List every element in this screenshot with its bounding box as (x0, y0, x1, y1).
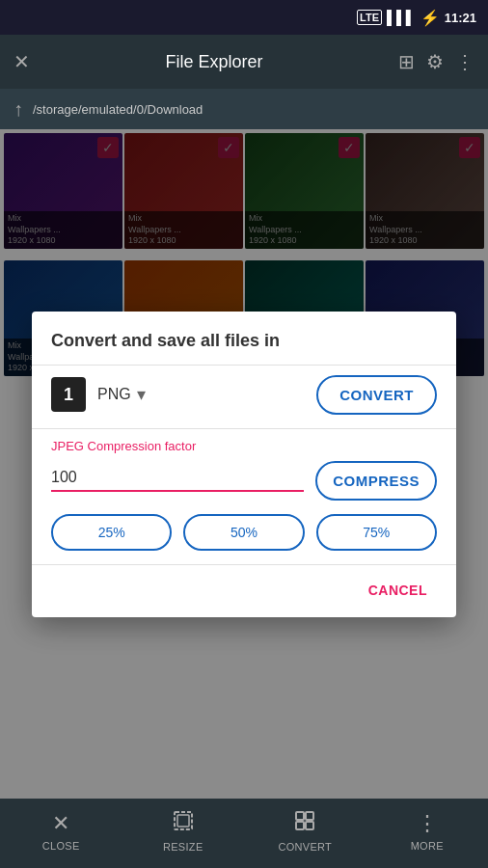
battery-icon: ⚡ (420, 9, 440, 27)
lte-icon: LTE (357, 10, 382, 25)
compression-input-wrap (51, 469, 304, 492)
status-bar: LTE ▌▌▌ ⚡ 11:21 (0, 0, 488, 35)
nav-item-convert[interactable]: CONVERT (271, 810, 339, 853)
more-options-button[interactable]: ⋮ (455, 50, 474, 73)
status-icons: LTE ▌▌▌ ⚡ 11:21 (357, 9, 476, 27)
dialog-overlay: Convert and save all files in 1 PNG ▾ CO… (0, 129, 488, 799)
svg-rect-3 (306, 812, 313, 820)
more-nav-icon: ⋮ (417, 811, 438, 836)
svg-rect-2 (296, 812, 304, 820)
settings-button[interactable]: ⚙ (426, 50, 444, 73)
nav-item-resize[interactable]: RESIZE (149, 810, 217, 853)
compression-row: COMPRESS (51, 461, 437, 501)
more-nav-label: MORE (411, 840, 444, 852)
nav-item-more[interactable]: ⋮ MORE (393, 811, 461, 852)
format-badge: 1 (51, 377, 86, 412)
convert-row: 1 PNG ▾ CONVERT (51, 375, 437, 415)
grid-view-button[interactable]: ⊞ (398, 50, 415, 73)
resize-nav-label: RESIZE (163, 841, 203, 853)
app-bar: ✕ File Explorer ⊞ ⚙ ⋮ (0, 35, 488, 89)
percent-50-button[interactable]: 50% (183, 514, 304, 551)
compress-button[interactable]: COMPRESS (315, 461, 437, 501)
main-content: ✓ MixWallpapers ...1920 x 1080 ✓ MixWall… (0, 129, 488, 799)
convert-section: 1 PNG ▾ CONVERT (32, 365, 456, 428)
compress-section: JPEG Compression factor COMPRESS 25% 50%… (32, 428, 456, 564)
close-button[interactable]: ✕ (14, 50, 30, 73)
convert-nav-icon (294, 810, 315, 837)
dialog-title: Convert and save all files in (32, 312, 456, 365)
dialog-footer: CANCEL (32, 564, 456, 617)
convert-nav-label: CONVERT (278, 841, 332, 853)
breadcrumb-bar: ↑ /storage/emulated/0/Download (0, 89, 488, 129)
svg-rect-1 (177, 815, 189, 827)
up-directory-button[interactable]: ↑ (14, 98, 23, 121)
format-select[interactable]: PNG ▾ (97, 384, 305, 405)
percent-buttons: 25% 50% 75% (51, 514, 437, 551)
bottom-nav: ✕ CLOSE RESIZE CONVERT ⋮ MORE (0, 799, 488, 868)
dialog: Convert and save all files in 1 PNG ▾ CO… (32, 312, 456, 617)
compression-label: JPEG Compression factor (51, 439, 437, 453)
svg-rect-5 (306, 822, 313, 829)
breadcrumb-path: /storage/emulated/0/Download (33, 102, 203, 117)
signal-icon: ▌▌▌ (387, 10, 416, 25)
app-title: File Explorer (41, 52, 387, 72)
close-nav-icon: ✕ (52, 811, 69, 836)
percent-25-button[interactable]: 25% (51, 514, 172, 551)
resize-nav-icon (173, 810, 194, 837)
dropdown-arrow-icon: ▾ (137, 384, 146, 405)
clock: 11:21 (445, 11, 476, 25)
nav-item-close[interactable]: ✕ CLOSE (27, 811, 95, 852)
svg-rect-4 (296, 822, 304, 829)
close-nav-label: CLOSE (42, 840, 80, 852)
compression-input[interactable] (51, 469, 304, 492)
percent-75-button[interactable]: 75% (316, 514, 437, 551)
format-value: PNG (97, 386, 131, 403)
cancel-button[interactable]: CANCEL (359, 577, 437, 604)
convert-button[interactable]: CONVERT (316, 375, 437, 415)
